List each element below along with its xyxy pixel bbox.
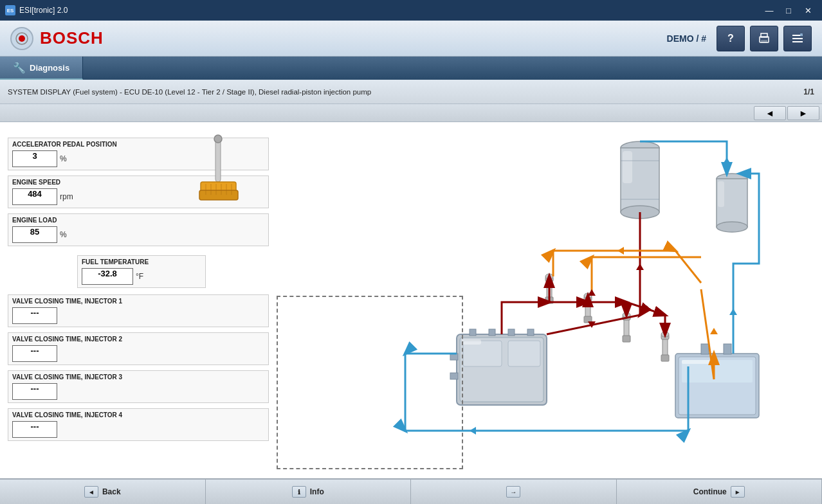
diagnosis-icon: 🔧	[13, 62, 26, 74]
print-icon	[758, 32, 771, 45]
continue-button[interactable]: Continue ►	[617, 480, 823, 504]
close-button[interactable]: ✕	[799, 3, 817, 17]
svg-rect-28	[623, 151, 632, 183]
valve1-value: ---	[12, 307, 57, 324]
accel-unit: %	[60, 154, 67, 163]
title-bar-controls: — □ ✕	[760, 3, 817, 17]
info-icon: ℹ	[292, 486, 306, 498]
prev-page-button[interactable]: ◄	[754, 106, 786, 120]
title-bar: ES ESI[tronic] 2.0 — □ ✕	[0, 0, 822, 21]
svg-rect-4	[761, 40, 767, 43]
info-button[interactable]: ℹ Info	[206, 480, 412, 504]
svg-rect-39	[527, 329, 534, 336]
svg-point-10	[214, 135, 222, 143]
brand-logo	[10, 27, 33, 50]
valve3-field-group: VALVE CLOSING TIME, INJECTOR 3 ---	[8, 370, 269, 403]
valve1-label: VALVE CLOSING TIME, INJECTOR 1	[12, 298, 264, 305]
back-button[interactable]: ◄ Back	[0, 480, 206, 504]
valve1-field-group: VALVE CLOSING TIME, INJECTOR 1 ---	[8, 294, 269, 327]
accel-value: 3	[12, 150, 57, 167]
diagnosis-tab[interactable]: 🔧 Diagnosis	[0, 57, 83, 80]
valve3-value: ---	[12, 383, 57, 400]
arrow-button[interactable]: →	[411, 480, 617, 504]
svg-rect-8	[800, 33, 803, 36]
engine-speed-value: 484	[12, 188, 57, 205]
valve-section: VALVE CLOSING TIME, INJECTOR 1 --- VALVE…	[8, 294, 269, 441]
fuel-filter	[621, 141, 659, 219]
bottom-bar: ◄ Back ℹ Info → Continue ►	[0, 478, 822, 504]
fuel-temp-value: -32.8	[82, 268, 133, 285]
title-bar-left: ES ESI[tronic] 2.0	[5, 5, 68, 15]
valve2-label: VALVE CLOSING TIME, INJECTOR 2	[12, 336, 264, 343]
minimize-button[interactable]: —	[760, 3, 778, 17]
valve2-field-group: VALVE CLOSING TIME, INJECTOR 2 ---	[8, 332, 269, 365]
svg-rect-35	[462, 339, 481, 345]
svg-point-44	[717, 222, 747, 232]
svg-rect-41	[450, 373, 458, 379]
menu-icon	[791, 32, 804, 45]
demo-label: DEMO / #	[667, 33, 706, 44]
svg-rect-24	[724, 344, 731, 354]
valve4-label: VALVE CLOSING TIME, INJECTOR 4	[12, 411, 264, 419]
valve2-value: ---	[12, 345, 57, 362]
arrow-icon: →	[506, 486, 520, 498]
svg-rect-38	[508, 329, 515, 336]
pagination-bar: ◄ ►	[0, 104, 822, 122]
maximize-button[interactable]: □	[780, 3, 798, 17]
fuel-temp-section: FUEL TEMPERATURE -32.8 °F	[77, 255, 269, 288]
main-content: ACCELERATOR PEDAL POSITION 3 % ENGINE SP…	[0, 122, 822, 478]
app-header: BOSCH DEMO / # ?	[0, 21, 822, 57]
engine-load-value: 85	[12, 226, 57, 243]
fuel-temp-body: -32.8 °F	[82, 268, 201, 285]
svg-rect-56	[623, 336, 630, 342]
arrow-blue-2	[723, 158, 731, 164]
menu-button[interactable]	[783, 26, 812, 51]
engine-load-body: 85 %	[12, 226, 264, 243]
svg-rect-6	[792, 38, 803, 39]
arrow-blue-1	[729, 309, 737, 315]
next-page-button[interactable]: ►	[787, 106, 819, 120]
svg-point-1	[19, 35, 25, 42]
valve4-field-group: VALVE CLOSING TIME, INJECTOR 4 ---	[8, 408, 269, 441]
left-panel: ACCELERATOR PEDAL POSITION 3 % ENGINE SP…	[0, 122, 277, 478]
svg-rect-37	[489, 329, 495, 336]
nav-bar: 🔧 Diagnosis	[0, 57, 822, 80]
header-right: DEMO / # ?	[667, 26, 812, 51]
injection-pump	[450, 329, 547, 405]
continue-icon: ►	[731, 486, 745, 498]
valve3-label: VALVE CLOSING TIME, INJECTOR 3	[12, 374, 264, 381]
secondary-filter	[717, 174, 747, 232]
svg-rect-36	[470, 329, 476, 336]
injector-4	[661, 332, 669, 361]
fuel-temp-unit: °F	[136, 272, 143, 281]
fuel-system-diagram	[277, 122, 804, 478]
arrow-red-2	[636, 264, 644, 270]
back-icon: ◄	[84, 486, 98, 498]
window-title: ESI[tronic] 2.0	[19, 6, 68, 15]
arrow-blue-3	[470, 427, 476, 435]
help-button[interactable]: ?	[717, 26, 745, 51]
svg-rect-7	[792, 41, 803, 42]
breadcrumb-bar: SYSTEM DISPLAY (Fuel system) - ECU DE-10…	[0, 80, 822, 104]
svg-rect-60	[661, 355, 669, 361]
bosch-logo-svg	[15, 32, 29, 46]
brand: BOSCH	[10, 27, 104, 50]
pedal-svg	[193, 134, 244, 211]
arrow-red-3	[588, 289, 596, 296]
app-icon: ES	[5, 5, 15, 15]
svg-rect-9	[215, 137, 221, 182]
svg-rect-23	[701, 344, 709, 354]
info-label: Info	[310, 487, 324, 496]
svg-rect-34	[508, 341, 540, 366]
arrow-orange-2	[710, 328, 718, 334]
svg-rect-22	[682, 360, 714, 364]
diagram-area	[277, 122, 822, 478]
print-button[interactable]	[750, 26, 778, 51]
engine-load-unit: %	[60, 230, 67, 239]
svg-rect-12	[199, 190, 238, 200]
diagnosis-label: Diagnosis	[30, 63, 69, 73]
valve4-value: ---	[12, 421, 57, 438]
breadcrumb-text: SYSTEM DISPLAY (Fuel system) - ECU DE-10…	[8, 88, 371, 96]
fuel-temp-field-group: FUEL TEMPERATURE -32.8 °F	[77, 255, 206, 288]
brand-name: BOSCH	[40, 28, 104, 48]
